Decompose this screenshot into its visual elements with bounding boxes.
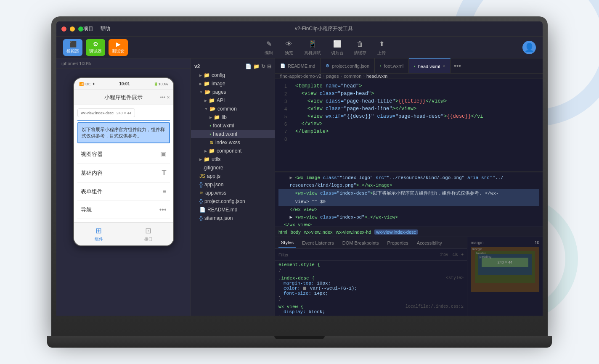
real-device-icon: 📱: [307, 39, 318, 49]
tree-item-head-wxml[interactable]: ▪ head.wxml: [191, 130, 275, 138]
tabs-more-btn[interactable]: •••: [451, 62, 464, 70]
tab-head-wxml[interactable]: ▪ head.wxml ×: [409, 58, 451, 73]
tab-close-head-wxml[interactable]: ×: [443, 64, 445, 69]
tree-label-sitemap: sitemap.json: [204, 215, 233, 221]
laptop-base: [47, 336, 552, 348]
edit-label: 编辑: [265, 50, 273, 56]
code-editor-container: 1 2 3 4 5 6 7 8 <templa: [275, 79, 543, 171]
tab-foot-wxml[interactable]: ▪ foot.wxml: [375, 58, 409, 73]
tree-item-lib[interactable]: ▶ 📁 lib: [191, 113, 275, 121]
tree-new-folder-btn[interactable]: 📁: [253, 63, 260, 69]
tree-label-component: component: [217, 148, 241, 154]
file-icon-sitemap: {}: [199, 215, 203, 221]
tree-item-app-js[interactable]: JS app.js: [191, 172, 275, 180]
tree-label-config: config: [212, 72, 225, 78]
dom-tag-body[interactable]: body: [291, 229, 301, 235]
html-line-1[interactable]: ▶ <wx-image class="index-logo" src="../r…: [278, 174, 539, 182]
window-controls[interactable]: [61, 26, 83, 32]
tree-arrow-api: ▶: [204, 99, 207, 103]
tree-item-sitemap[interactable]: {} sitemap.json: [191, 214, 275, 222]
tree-item-pages[interactable]: ▼ 📂 pages: [191, 88, 275, 96]
tree-arrow-component: ▶: [204, 149, 207, 153]
tree-arrow-lib: ▶: [209, 116, 212, 119]
tree-item-app-json[interactable]: {} app.json: [191, 180, 275, 189]
laptop-frame: 项目 帮助 v2-FinClip小程序开发工具 ⬛ 模拟器 ⚙ 调: [51, 16, 548, 336]
tree-item-utils[interactable]: ▶ 📁 utils: [191, 155, 275, 164]
nav-item-component[interactable]: ⊞ 组件: [74, 223, 124, 245]
tree-item-api[interactable]: ▶ 📁 API: [191, 96, 275, 105]
list-item-icon-2: ≡: [162, 188, 166, 195]
html-line-7[interactable]: </wx-view>: [278, 221, 539, 227]
test-label: 测试套: [112, 48, 125, 54]
devtools-tab-accessibility[interactable]: Accessibility: [414, 239, 445, 247]
background-action[interactable]: ⬜ 切后台: [331, 39, 344, 56]
html-line-5[interactable]: </wx-view>: [278, 206, 539, 214]
brace-close-wx-view: }: [278, 314, 281, 316]
maximize-button[interactable]: [78, 26, 83, 32]
dom-tag-wx-view-hd[interactable]: wx-view.index-hd: [336, 229, 371, 235]
box-border-outer: border padding 240 × 44 -: [475, 251, 535, 283]
tree-collapse-btn[interactable]: ⊟: [267, 63, 271, 69]
html-line-3[interactable]: <wx-view class="index-desc">以下将展示小程序官方组件…: [278, 189, 539, 198]
tree-label-readme: README.md: [207, 207, 237, 213]
styles-filter-input[interactable]: [278, 252, 437, 257]
dom-tag-wx-view-desc[interactable]: wx-view.index-desc: [374, 229, 418, 235]
devtools-tab-events[interactable]: Event Listeners: [300, 239, 337, 247]
tab-project-config[interactable]: ⚙ project.config.json: [321, 58, 375, 73]
preview-action[interactable]: 👁 预览: [284, 39, 294, 56]
devtools-tab-dom-breakpoints[interactable]: DOM Breakpoints: [340, 239, 382, 247]
filter-hint-plus[interactable]: +: [461, 252, 464, 257]
menu-item-project[interactable]: 项目: [83, 25, 93, 32]
dom-tag-wx-view-index[interactable]: wx-view.index: [304, 229, 333, 235]
code-editor[interactable]: <template name="head"> <view class="page…: [290, 79, 543, 171]
devtools-panel: ▶ <wx-image class="index-logo" src="../r…: [275, 171, 543, 316]
filter-hint-cls[interactable]: .cls: [451, 252, 458, 257]
tree-item-gitignore[interactable]: · .gitignore: [191, 164, 275, 172]
edit-action[interactable]: ✎ 编辑: [264, 39, 274, 56]
code-line-1: <template name="head">: [295, 82, 538, 90]
list-item-form[interactable]: 表单组件 ≡: [77, 183, 170, 201]
tree-item-index-wxss[interactable]: ≋ index.wxss: [191, 138, 275, 147]
simulator-button[interactable]: ⬛ 模拟器: [63, 39, 82, 56]
menu-item-help[interactable]: 帮助: [100, 25, 110, 32]
tree-item-foot-wxml[interactable]: ▪ foot.wxml: [191, 121, 275, 130]
test-button[interactable]: ▶ 测试套: [109, 39, 128, 56]
tree-item-app-wxss[interactable]: ≋ app.wxss: [191, 189, 275, 197]
minimize-button[interactable]: [70, 26, 75, 32]
editor-tabs: 📄 README.md ⚙ project.config.json ▪ foot…: [275, 58, 543, 74]
tree-label-api: API: [217, 98, 225, 103]
filter-hint-hov[interactable]: :hov: [440, 252, 448, 257]
clear-cache-action[interactable]: 🗑 清缓存: [354, 39, 366, 56]
html-line-4[interactable]: view> == $0: [278, 198, 539, 206]
user-avatar[interactable]: 👤: [522, 41, 536, 54]
real-device-action[interactable]: 📱 真机调试: [304, 39, 321, 56]
title-more-btn[interactable]: ••• ×: [160, 95, 170, 100]
simulator-icon: ⬛: [69, 41, 77, 47]
nav-item-api[interactable]: ⊡ 接口: [124, 223, 173, 245]
code-line-7: </template>: [295, 128, 538, 135]
tree-item-config[interactable]: ▶ 📁 config: [191, 71, 275, 79]
upload-action[interactable]: ⬆ 上传: [376, 39, 387, 56]
tree-item-readme[interactable]: 📄 README.md: [191, 206, 275, 214]
dom-tag-html[interactable]: html: [278, 229, 287, 235]
tree-item-project-config[interactable]: {} project.config.json: [191, 197, 275, 206]
tab-readme[interactable]: 📄 README.md: [275, 58, 321, 73]
close-button[interactable]: [61, 26, 66, 32]
devtools-tab-styles[interactable]: Styles: [278, 238, 296, 248]
debugger-button[interactable]: ⚙ 调试器: [86, 39, 105, 56]
brace-close-index-desc: }: [278, 296, 281, 301]
html-line-6[interactable]: ▶ <wx-view class="index-bd">_</wx-view>: [278, 214, 539, 221]
tree-item-component[interactable]: ▶ 📁 component: [191, 147, 275, 155]
tree-item-common[interactable]: ▼ 📂 common: [191, 105, 275, 113]
tree-refresh-btn[interactable]: ↻: [261, 63, 265, 69]
list-item-basic-content[interactable]: 基础内容 T: [77, 164, 170, 183]
tree-item-image[interactable]: ▶ 📁 image: [191, 79, 275, 88]
list-item-view-container[interactable]: 视图容器 ▣: [77, 145, 170, 164]
preview-icon: 👁: [284, 39, 294, 49]
tree-label-app-wxss: app.wxss: [205, 190, 226, 196]
list-item-nav[interactable]: 导航 •••: [77, 201, 170, 219]
iphone-app-title: 小程序组件展示 ••• ×: [74, 90, 173, 105]
devtools-tab-properties[interactable]: Properties: [385, 239, 411, 247]
tree-new-file-btn[interactable]: 📄: [245, 63, 252, 69]
html-line-2[interactable]: resources/kind/logo.png">_</wx-image>: [278, 182, 539, 189]
